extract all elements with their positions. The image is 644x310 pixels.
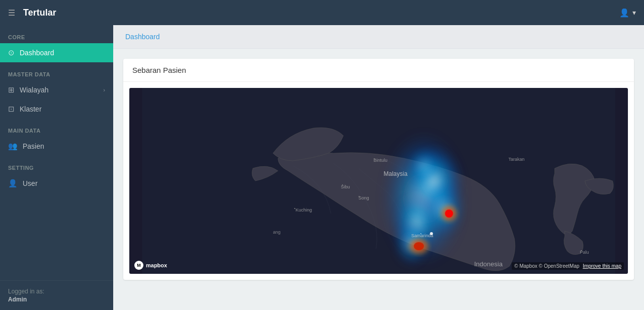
breadcrumb-bar: Dashboard: [113, 25, 644, 49]
svg-text:Song: Song: [359, 195, 369, 200]
svg-text:Kuching: Kuching: [296, 208, 312, 213]
sidebar-section-setting: SETTING: [0, 156, 113, 174]
map-container[interactable]: Malaysia Bintulu • Tarakan Sibu • Song •…: [129, 88, 628, 274]
map-svg: Malaysia Bintulu • Tarakan Sibu • Song •…: [129, 88, 628, 274]
svg-text:Samarinda: Samarinda: [412, 233, 434, 238]
user-avatar-icon: 👤: [619, 8, 629, 18]
sidebar-section-master: MASTER DATA: [0, 62, 113, 80]
mapbox-logo: M mapbox: [134, 261, 167, 270]
map-attribution: © Mapbox © OpenStreetMap Improve this ma…: [512, 262, 624, 270]
card-body: Malaysia Bintulu • Tarakan Sibu • Song •…: [123, 82, 634, 280]
sidebar-item-pasien[interactable]: 👥 Pasien: [0, 137, 113, 156]
sidebar-item-label-dashboard: Dashboard: [20, 49, 54, 57]
svg-text:Tarakan: Tarakan: [509, 157, 525, 162]
pasien-icon: 👥: [8, 142, 18, 151]
dashboard-icon: ⊙: [8, 48, 15, 57]
svg-text:ang: ang: [273, 230, 281, 235]
mapbox-label: mapbox: [146, 262, 167, 268]
logged-in-user: Admin: [8, 296, 105, 303]
svg-point-11: [414, 242, 424, 250]
navbar: ☰ Tertular 👤 ▾: [0, 0, 644, 25]
chevron-right-icon: ›: [103, 87, 105, 93]
user-icon: 👤: [8, 179, 18, 188]
svg-text:•: •: [421, 232, 422, 235]
svg-text:Indonesia: Indonesia: [474, 260, 503, 268]
sidebar-item-label-pasien: Pasien: [23, 142, 44, 150]
sebaran-pasien-card: Sebaran Pasien: [123, 59, 634, 280]
app-brand: Tertular: [23, 8, 56, 18]
svg-point-7: [409, 148, 439, 183]
improve-map-link[interactable]: Improve this map: [583, 263, 621, 269]
attribution-text: © Mapbox © OpenStreetMap: [514, 263, 579, 269]
card-title: Sebaran Pasien: [123, 59, 634, 82]
sidebar: CORE ⊙ Dashboard MASTER DATA ⊞ Wialayah …: [0, 25, 113, 310]
logged-in-label: Logged in as:: [8, 288, 105, 295]
sidebar-item-label-wilayah: Wialayah: [20, 86, 49, 94]
sidebar-item-wilayah[interactable]: ⊞ Wialayah ›: [0, 80, 113, 99]
sidebar-item-user[interactable]: 👤 User: [0, 174, 113, 193]
breadcrumb-link-dashboard[interactable]: Dashboard: [125, 33, 160, 41]
hamburger-icon[interactable]: ☰: [8, 8, 15, 18]
sidebar-section-main: MAIN DATA: [0, 119, 113, 137]
sidebar-footer: Logged in as: Admin: [0, 280, 113, 310]
main-content: Dashboard Sebaran Pasien: [113, 25, 644, 310]
sidebar-item-label-user: User: [23, 179, 38, 187]
app-body: CORE ⊙ Dashboard MASTER DATA ⊞ Wialayah …: [0, 25, 644, 310]
klaster-icon: ⊡: [8, 105, 15, 114]
sidebar-section-core: CORE: [0, 25, 113, 43]
user-menu[interactable]: 👤 ▾: [619, 8, 636, 18]
svg-text:Malaysia: Malaysia: [384, 170, 408, 177]
sidebar-item-klaster[interactable]: ⊡ Klaster: [0, 99, 113, 119]
sidebar-item-label-klaster: Klaster: [20, 105, 42, 113]
mapbox-logo-icon: M: [134, 261, 143, 270]
navbar-left: ☰ Tertular: [8, 8, 56, 18]
svg-point-9: [445, 210, 453, 218]
user-dropdown-arrow: ▾: [632, 9, 636, 17]
svg-text:Bintulu: Bintulu: [374, 158, 388, 163]
wilayah-icon: ⊞: [8, 85, 15, 94]
sidebar-item-dashboard[interactable]: ⊙ Dashboard: [0, 43, 113, 62]
